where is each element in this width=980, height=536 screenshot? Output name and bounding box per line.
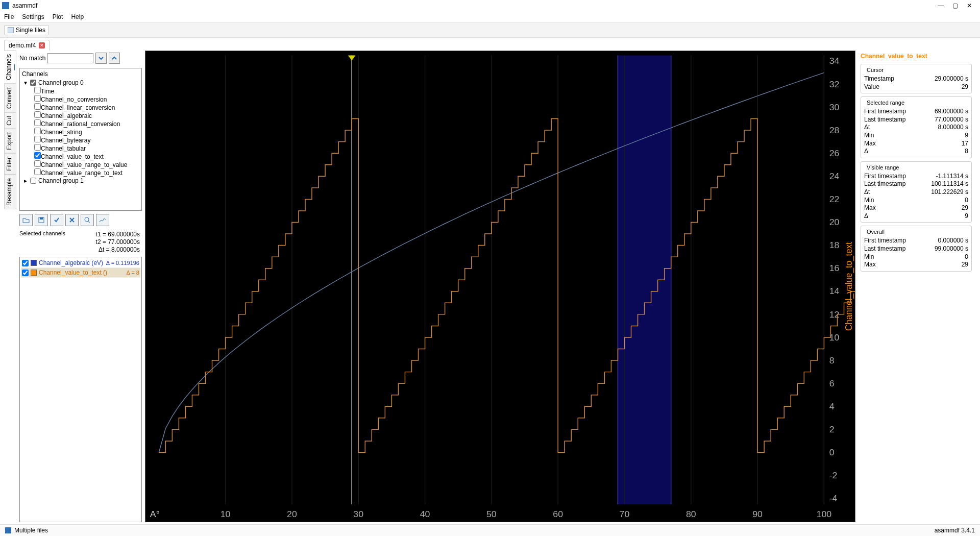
- uncheck-all-button[interactable]: [65, 214, 79, 226]
- tree-group-1[interactable]: ▸Channel group 1: [23, 177, 140, 185]
- file-icon: [8, 27, 14, 33]
- cursor-timestamp: 29.000000 s: [935, 75, 968, 83]
- svg-text:Channel_value_to_text: Channel_value_to_text: [844, 242, 854, 331]
- tree-item[interactable]: Channel_algebraic: [34, 111, 140, 119]
- sel-row-checkbox[interactable]: [22, 270, 29, 276]
- channel-checkbox[interactable]: [34, 136, 41, 142]
- zoom-button[interactable]: [81, 214, 94, 226]
- app-icon: [2, 2, 9, 9]
- menu-file[interactable]: File: [4, 13, 14, 20]
- t2-label: t2 = 77.000000s: [96, 238, 140, 246]
- multiple-files-label[interactable]: Multiple files: [14, 527, 48, 534]
- channel-checkbox[interactable]: [34, 160, 41, 167]
- side-tab-export[interactable]: Export: [4, 129, 16, 154]
- visible-range-section: Visible range First timestamp-1.111314 s…: [861, 161, 972, 223]
- group0-checkbox[interactable]: [30, 80, 36, 86]
- group1-checkbox[interactable]: [30, 178, 36, 184]
- tree-item[interactable]: Channel_value_range_to_value: [34, 160, 140, 168]
- channel-checkbox[interactable]: [34, 87, 41, 93]
- plot-button[interactable]: [96, 214, 109, 226]
- tree-header: Channels: [21, 69, 140, 79]
- side-tab-convert[interactable]: Convert: [4, 84, 16, 112]
- channel-checkbox[interactable]: [34, 144, 41, 151]
- svg-text:90: 90: [752, 509, 763, 520]
- search-prev-button[interactable]: [109, 53, 120, 64]
- svg-text:6: 6: [829, 378, 835, 388]
- svg-text:50: 50: [486, 509, 497, 520]
- svg-point-2: [85, 217, 89, 222]
- folder-open-icon: [22, 217, 30, 223]
- tree-item[interactable]: Channel_value_range_to_text: [34, 168, 140, 177]
- sel-row-checkbox[interactable]: [22, 260, 29, 266]
- tree-item[interactable]: Channel_linear_conversion: [34, 103, 140, 111]
- svg-text:32: 32: [829, 79, 840, 89]
- svg-text:-4: -4: [829, 494, 838, 504]
- selected-channel-row[interactable]: Channel_value_to_text () Δ = 8: [21, 268, 140, 278]
- close-button[interactable]: ✕: [966, 2, 973, 9]
- no-match-label: No match: [19, 55, 45, 62]
- x-icon: [69, 217, 75, 223]
- svg-rect-3: [145, 51, 855, 522]
- save-icon: [38, 217, 44, 223]
- search-next-button[interactable]: [95, 53, 107, 64]
- menu-help[interactable]: Help: [71, 13, 84, 20]
- menu-settings[interactable]: Settings: [22, 13, 44, 20]
- tree-item[interactable]: Time: [34, 87, 140, 95]
- selected-channel-row[interactable]: Channel_algebraic (eV) Δ = 0.119196: [21, 258, 140, 268]
- side-tab-channels[interactable]: Channels: [4, 51, 16, 84]
- check-icon: [54, 217, 60, 223]
- side-tab-cut[interactable]: Cut: [4, 112, 16, 129]
- tree-group-0[interactable]: ▾Channel group 0: [23, 79, 140, 87]
- channel-checkbox[interactable]: [34, 152, 41, 159]
- svg-text:8: 8: [829, 355, 835, 366]
- channel-checkbox[interactable]: [34, 168, 41, 175]
- channels-icon: [14, 64, 15, 70]
- selected-channels-label: Selected channels: [19, 229, 65, 255]
- svg-text:24: 24: [829, 171, 840, 181]
- channel-checkbox[interactable]: [34, 111, 41, 118]
- selected-range-section: Selected range First timestamp69.000000 …: [861, 96, 972, 158]
- tree-item[interactable]: Channel_value_to_text: [34, 152, 140, 160]
- save-button[interactable]: [35, 214, 48, 226]
- channel-checkbox[interactable]: [34, 128, 41, 134]
- tree-item[interactable]: Channel_rational_conversion: [34, 119, 140, 128]
- channel-checkbox[interactable]: [34, 95, 41, 102]
- svg-text:18: 18: [829, 240, 840, 251]
- menu-plot[interactable]: Plot: [53, 13, 63, 20]
- check-all-button[interactable]: [50, 214, 63, 226]
- minimize-button[interactable]: —: [937, 2, 944, 9]
- file-tab-demo[interactable]: demo.mf4 ✕: [4, 40, 50, 51]
- info-panel: Channel_value_to_text Cursor Timestamp29…: [859, 51, 976, 522]
- selected-channels-list[interactable]: Channel_algebraic (eV) Δ = 0.119196 Chan…: [19, 257, 142, 522]
- chevron-down-icon: [98, 55, 104, 61]
- maximize-button[interactable]: ▢: [951, 2, 959, 9]
- svg-text:20: 20: [287, 509, 297, 520]
- svg-text:22: 22: [829, 194, 840, 204]
- side-tab-resample[interactable]: Resample: [4, 175, 16, 209]
- search-input[interactable]: [47, 53, 93, 63]
- tab-single-files[interactable]: Single files: [4, 25, 49, 35]
- version-label: asammdf 3.4.1: [935, 527, 975, 534]
- svg-text:70: 70: [620, 509, 630, 520]
- window-title: asammdf: [12, 2, 937, 9]
- side-tab-filter[interactable]: Filter: [4, 154, 16, 175]
- channels-tree[interactable]: Channels ▾Channel group 0 TimeChannel_no…: [19, 68, 142, 211]
- svg-text:30: 30: [829, 102, 840, 112]
- plot-icon: [99, 217, 106, 223]
- channel-checkbox[interactable]: [34, 103, 41, 110]
- svg-text:-2: -2: [829, 471, 838, 481]
- file-tab-bar: demo.mf4 ✕: [0, 38, 980, 51]
- tree-item[interactable]: Channel_bytearay: [34, 136, 140, 144]
- svg-text:100: 100: [817, 509, 832, 520]
- open-button[interactable]: [19, 214, 33, 226]
- window-titlebar: asammdf — ▢ ✕: [0, 0, 980, 11]
- tree-item[interactable]: Channel_no_conversion: [34, 95, 140, 103]
- plot-area[interactable]: 102030405060708090100-4-2024681012141618…: [145, 51, 855, 522]
- tree-item[interactable]: Channel_string: [34, 128, 140, 136]
- svg-rect-1: [40, 217, 43, 220]
- active-channel-title: Channel_value_to_text: [861, 53, 972, 60]
- channel-checkbox[interactable]: [34, 119, 41, 126]
- tree-item[interactable]: Channel_tabular: [34, 144, 140, 152]
- svg-text:A°: A°: [150, 509, 160, 520]
- file-tab-close-icon[interactable]: ✕: [39, 42, 45, 48]
